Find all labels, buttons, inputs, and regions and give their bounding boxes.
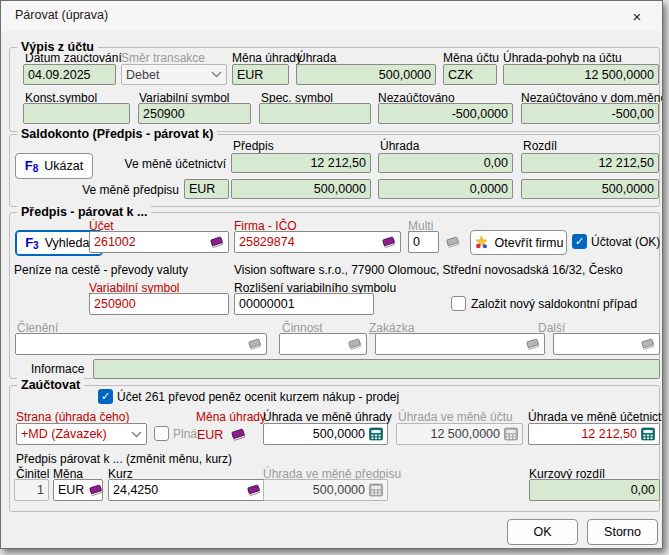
nezauctovano-dom-field: -500,00 xyxy=(521,103,659,124)
otevrit-firmu-label: Otevřít firmu xyxy=(495,236,564,250)
rozdil-ucetnictvi-value: 12 212,50 xyxy=(598,156,654,170)
uhrada-mene-uhrady-field[interactable]: 500,0000 xyxy=(263,423,388,445)
multi-value: 0 xyxy=(413,235,420,249)
rozdil-predpisu-value: 500,0000 xyxy=(602,182,654,196)
predpis-ucetnictvi-field: 12 212,50 xyxy=(231,153,371,173)
variabilni-symbol-field: 250900 xyxy=(138,103,251,124)
firma-info-text: Vision software s.r.o., 77900 Olomouc, S… xyxy=(234,263,623,277)
nezauctovano-field: -500,0000 xyxy=(378,103,513,124)
strana-select[interactable]: +MD (Závazek) xyxy=(16,423,147,445)
plna-checkbox[interactable] xyxy=(154,426,169,441)
uhrada-pohyb-value: 12 500,0000 xyxy=(584,68,654,82)
ucet-book-icon[interactable] xyxy=(209,235,224,249)
ok-button-label: OK xyxy=(533,525,551,539)
cinnost-field[interactable] xyxy=(279,333,367,355)
smer-transakce-value: Debet xyxy=(126,68,159,82)
rozliseni-value: 00000001 xyxy=(239,297,295,311)
multi-field[interactable]: 0 xyxy=(408,231,439,253)
ok-button[interactable]: OK xyxy=(507,519,578,545)
mena2-field[interactable]: EUR xyxy=(53,479,103,501)
company-sparkle-icon xyxy=(474,235,489,250)
close-icon[interactable]: × xyxy=(626,5,648,27)
col-rozdil-header: Rozdíl xyxy=(523,139,557,153)
mena2-value: EUR xyxy=(58,483,84,497)
ucet-field[interactable]: 261002 xyxy=(89,231,229,253)
mena-uhrady-label: Měna úhrady xyxy=(232,51,302,65)
mena-book-icon[interactable] xyxy=(230,427,246,442)
firma-ico-field[interactable]: 25829874 xyxy=(234,231,401,253)
cinitel-value: 1 xyxy=(37,483,44,497)
cinitel-field: 1 xyxy=(14,479,49,501)
chevron-down-icon xyxy=(131,431,142,438)
storno-button[interactable]: Storno xyxy=(587,519,658,545)
storno-button-label: Storno xyxy=(604,525,641,539)
uctovat-ok-checkbox[interactable]: ✓ xyxy=(572,234,587,249)
ucet-value: 261002 xyxy=(94,235,136,249)
ve-mene-predpisu-label: Ve měně předpisu xyxy=(51,183,179,197)
mena-uhrady2-picker[interactable]: EUR xyxy=(197,427,246,442)
uhrada-label: Úhrada xyxy=(297,51,336,65)
informace-field xyxy=(93,359,660,379)
kurz-field[interactable]: 24,4250 xyxy=(108,479,266,501)
rozliseni-field[interactable]: 00000001 xyxy=(234,293,374,315)
smer-transakce-select: Debet xyxy=(121,64,227,85)
zakazka-field[interactable] xyxy=(375,333,545,355)
col-uhrada-header: Úhrada xyxy=(380,139,419,153)
ukazat-button[interactable]: F8 Ukázat xyxy=(15,153,93,179)
mena2-book-icon[interactable] xyxy=(88,483,103,497)
predpis-predpisu-field: 500,0000 xyxy=(231,179,371,199)
otevrit-firmu-button[interactable]: Otevřít firmu xyxy=(470,230,567,255)
cleneni-field[interactable] xyxy=(15,333,267,355)
firma-ico-value: 25829874 xyxy=(239,235,295,249)
calculator-icon[interactable] xyxy=(369,427,383,441)
group-zauctovat-legend: Zaúčtovat xyxy=(17,378,84,392)
datum-zauctovani-field: 04.09.2025 xyxy=(23,64,116,85)
variabilni-symbol2-field[interactable]: 250900 xyxy=(89,293,229,315)
mena-uctu-label: Měna účtu xyxy=(443,51,499,65)
uhrada-mene-ucetnictvi-label: Úhrada ve měně účetnictví xyxy=(528,410,663,424)
uhrada-pohyb-label: Úhrada-pohyb na účtu xyxy=(503,51,622,65)
uhrada-ucetnictvi-value: 0,00 xyxy=(484,156,508,170)
uhrada-mene-uctu-label: Úhrada ve měně účtu xyxy=(398,410,513,424)
cinnost-book-icon xyxy=(347,337,362,351)
vyhledat-button-label: Vyhledat xyxy=(45,236,93,250)
kurzovy-rozdil-value: 0,00 xyxy=(631,483,655,497)
mena-uctu-field: CZK xyxy=(443,64,497,85)
multi-book-icon xyxy=(445,235,460,249)
dalsi-field[interactable] xyxy=(553,333,660,355)
firma-book-icon[interactable] xyxy=(381,235,396,249)
ucet-name-text: Peníze na cestě - převody valuty xyxy=(14,263,188,277)
titlebar: Párovat (úprava) × xyxy=(1,1,662,31)
calculator-grey-icon xyxy=(504,427,518,441)
col-predpis-header: Předpis xyxy=(233,139,274,153)
rozdil-ucetnictvi-field: 12 212,50 xyxy=(521,153,659,173)
calculator-icon[interactable] xyxy=(641,427,655,441)
ve-mene-ucetnictvi-label: Ve měně účetnictví xyxy=(96,157,226,171)
kurz-book-icon[interactable] xyxy=(246,483,261,497)
kurzovy-rozdil-field: 0,00 xyxy=(529,479,660,501)
zalozit-checkbox[interactable] xyxy=(451,296,466,311)
informace-label: Informace xyxy=(31,362,84,376)
uhrada-mene-uctu-field: 12 500,0000 xyxy=(396,423,523,445)
ukazat-button-label: Ukázat xyxy=(44,159,83,173)
parovat-dialog: Párovat (úprava) × Výpis z účtu Datum za… xyxy=(0,0,663,549)
uhrada-pohyb-field: 12 500,0000 xyxy=(503,64,659,85)
smer-transakce-label: Směr transakce xyxy=(121,51,205,65)
uhrada-mene-uhrady-label: Úhrada ve měně úhrady xyxy=(263,410,392,424)
uhrada-mene-predpisu-value: 500,0000 xyxy=(313,483,365,497)
konst-symbol-field xyxy=(23,103,130,124)
uhrada-mene-ucetnictvi-field[interactable]: 12 212,50 xyxy=(528,423,660,445)
uhrada-mene-ucetnictvi-value: 12 212,50 xyxy=(581,427,637,441)
cleneni-book-icon xyxy=(247,337,262,351)
uhrada-field: 500,0000 xyxy=(296,64,436,85)
f3-key-label: F3 xyxy=(25,235,39,251)
chevron-down-icon xyxy=(211,71,222,78)
zmenit-menu-kurz-text: Předpis párovat k ... (změnit měnu, kurz… xyxy=(16,452,232,466)
dalsi-book-icon xyxy=(640,337,655,351)
strana-label: Strana (úhrada čeho) xyxy=(16,410,129,424)
ocenit-kurzem-checkbox[interactable]: ✓ xyxy=(98,389,113,404)
calculator-grey-icon xyxy=(369,483,383,497)
kurz-value: 24,4250 xyxy=(113,483,158,497)
uhrada-value: 500,0000 xyxy=(379,68,431,82)
uhrada-mene-uhrady-value: 500,0000 xyxy=(313,427,365,441)
